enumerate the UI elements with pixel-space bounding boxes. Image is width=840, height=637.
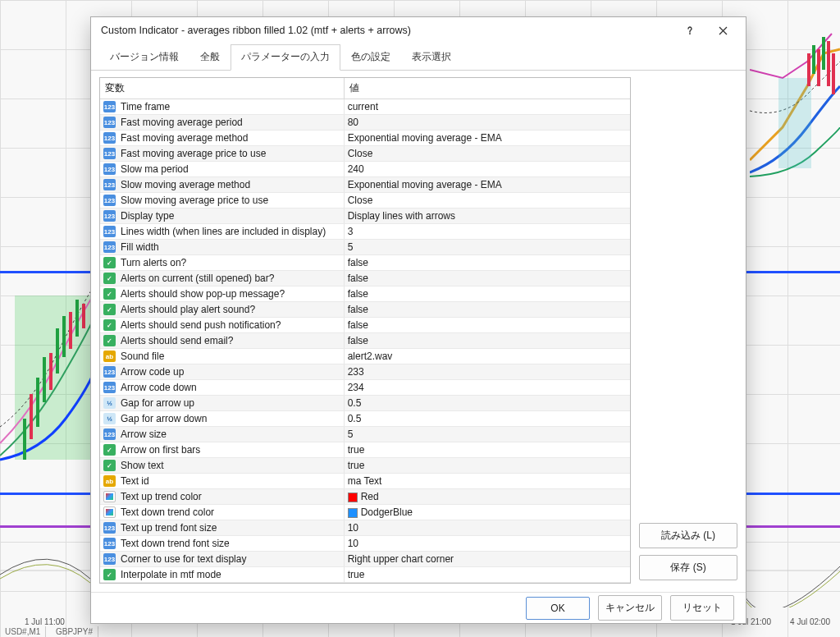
reset-button[interactable]: リセット [670, 595, 734, 621]
chart-tab[interactable]: USD#,M1 [0, 626, 46, 637]
param-value-cell[interactable]: true [344, 442, 630, 458]
param-value-cell[interactable]: true [344, 567, 630, 583]
tab-strip: バージョン情報 全般 パラメーターの入力 色の設定 表示選択 [91, 44, 746, 71]
type-123-icon: 123 [103, 210, 116, 222]
param-value: 234 [348, 382, 364, 393]
table-row[interactable]: ✓Arrow on first barstrue [100, 442, 630, 458]
param-value-cell[interactable]: DodgerBlue [344, 505, 630, 520]
type-chk-icon: ✓ [103, 288, 116, 300]
table-row[interactable]: ✓Alerts should send email?false [100, 333, 630, 349]
table-row[interactable]: 123Fill width5 [100, 240, 630, 255]
table-row[interactable]: ✓Alerts should show pop-up message?false [100, 286, 630, 302]
type-123-icon: 123 [103, 132, 116, 144]
table-row[interactable]: 123Lines width (when lines are included … [100, 224, 630, 240]
help-icon [685, 25, 695, 35]
table-row[interactable]: 123Time framecurrent [100, 99, 630, 115]
table-row[interactable]: ✓Alerts should send push notification?fa… [100, 318, 630, 333]
param-value-cell[interactable]: 10 [344, 520, 630, 536]
param-value: false [348, 273, 368, 284]
tab-display[interactable]: 表示選択 [401, 44, 462, 71]
column-value[interactable]: 値 [344, 78, 630, 99]
table-row[interactable]: 123Slow moving average price to useClose [100, 193, 630, 209]
table-row[interactable]: Text down trend colorDodgerBlue [100, 505, 630, 520]
param-value-cell[interactable]: false [344, 271, 630, 286]
table-row[interactable]: 123Arrow code up233 [100, 364, 630, 380]
table-row[interactable]: 123Corner to use for text displayRight u… [100, 552, 630, 567]
close-button[interactable] [706, 19, 739, 42]
param-value-cell[interactable]: Exponential moving average - EMA [344, 177, 630, 193]
type-123-icon: 123 [103, 117, 116, 128]
table-row[interactable]: 123Text down trend font size10 [100, 536, 630, 552]
param-value-cell[interactable]: alert2.wav [344, 349, 630, 364]
param-value-cell[interactable]: ma Text [344, 474, 630, 489]
param-value-cell[interactable]: false [344, 302, 630, 318]
parameters-table[interactable]: 変数 値 123Time framecurrent123Fast moving … [99, 77, 631, 584]
table-row[interactable]: Text up trend colorRed [100, 489, 630, 505]
tab-inputs[interactable]: パラメーターの入力 [231, 44, 340, 71]
param-name: Time frame [121, 101, 170, 112]
table-row[interactable]: 123Slow ma period240 [100, 162, 630, 177]
param-value: Red [361, 491, 379, 502]
tab-general[interactable]: 全般 [189, 44, 231, 71]
param-value: Exponential moving average - EMA [348, 132, 502, 144]
table-row[interactable]: abText idma Text [100, 474, 630, 489]
chart-upper-right [750, 29, 840, 193]
table-row[interactable]: ½Gap for arrow up0.5 [100, 396, 630, 411]
param-value-cell[interactable]: Close [344, 146, 630, 162]
table-row[interactable]: ✓Turn alerts on?false [100, 255, 630, 271]
table-row[interactable]: ✓Show texttrue [100, 458, 630, 474]
table-row[interactable]: ✓Alerts should play alert sound?false [100, 302, 630, 318]
tab-colors[interactable]: 色の設定 [340, 44, 401, 71]
param-value-cell[interactable]: false [344, 333, 630, 349]
table-row[interactable]: 123Fast moving average methodExponential… [100, 131, 630, 146]
param-value-cell[interactable]: 240 [344, 162, 630, 177]
param-value-cell[interactable]: false [344, 318, 630, 333]
param-value-cell[interactable]: 3 [344, 224, 630, 240]
param-name: Fast moving average price to use [121, 148, 266, 159]
param-value-cell[interactable]: false [344, 255, 630, 271]
table-row[interactable]: ✓Alerts on current (still opened) bar?fa… [100, 271, 630, 286]
table-row[interactable]: 123Arrow code down234 [100, 380, 630, 396]
param-value: false [348, 288, 368, 300]
param-value-cell[interactable]: true [344, 458, 630, 474]
table-row[interactable]: 123Slow moving average methodExponential… [100, 177, 630, 193]
param-value-cell[interactable]: 10 [344, 536, 630, 552]
param-value-cell[interactable]: Exponential moving average - EMA [344, 131, 630, 146]
table-row[interactable]: 123Fast moving average period80 [100, 115, 630, 131]
param-value-cell[interactable]: 80 [344, 115, 630, 131]
type-chk-icon: ✓ [103, 569, 116, 580]
table-row[interactable]: ½Gap for arrow down0.5 [100, 411, 630, 427]
param-value: true [348, 460, 365, 471]
table-row[interactable]: ✓Interpolate in mtf modetrue [100, 567, 630, 583]
param-value-cell[interactable]: Close [344, 193, 630, 209]
type-col-icon [103, 506, 116, 518]
help-button[interactable] [673, 19, 706, 42]
param-value: 80 [348, 117, 358, 128]
save-button[interactable]: 保存 (S) [639, 555, 737, 580]
param-value-cell[interactable]: 234 [344, 380, 630, 396]
load-button[interactable]: 読み込み (L) [639, 523, 737, 548]
cancel-button[interactable]: キャンセル [598, 595, 662, 621]
table-row[interactable]: abSound filealert2.wav [100, 349, 630, 364]
param-value-cell[interactable]: Right upper chart corner [344, 552, 630, 567]
tab-version[interactable]: バージョン情報 [99, 44, 189, 71]
param-value-cell[interactable]: 0.5 [344, 411, 630, 427]
table-row[interactable]: 123Text up trend font size10 [100, 520, 630, 536]
param-value-cell[interactable]: current [344, 99, 630, 115]
param-value-cell[interactable]: false [344, 286, 630, 302]
param-value-cell[interactable]: 0.5 [344, 396, 630, 411]
param-name: Text id [121, 475, 149, 487]
column-variable[interactable]: 変数 [100, 78, 344, 99]
table-row[interactable]: 123Display typeDisplay lines with arrows [100, 209, 630, 224]
param-value-cell[interactable]: 5 [344, 427, 630, 442]
ok-button[interactable]: OK [526, 597, 590, 620]
table-row[interactable]: 123Arrow size5 [100, 427, 630, 442]
param-value-cell[interactable]: Red [344, 489, 630, 505]
param-value-cell[interactable]: Display lines with arrows [344, 209, 630, 224]
type-123-icon: 123 [103, 179, 116, 190]
param-name: Gap for arrow down [121, 413, 207, 424]
chart-tab[interactable]: GBPJPY# [51, 626, 98, 637]
param-value-cell[interactable]: 233 [344, 364, 630, 380]
param-value-cell[interactable]: 5 [344, 240, 630, 255]
table-row[interactable]: 123Fast moving average price to useClose [100, 146, 630, 162]
